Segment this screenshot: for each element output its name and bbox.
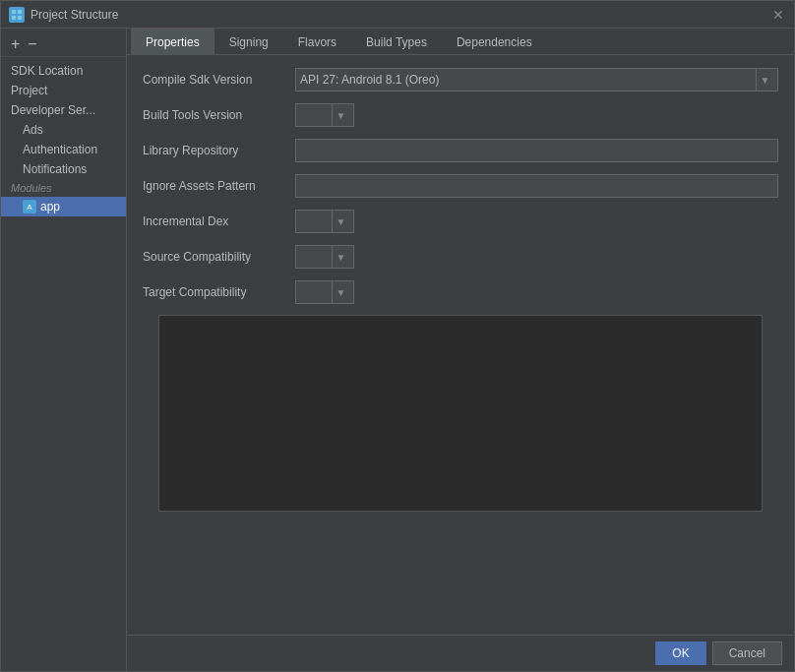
incremental-dex-control: ▼ — [295, 210, 778, 233]
library-repository-label: Library Repository — [143, 144, 295, 157]
sidebar-toolbar: + − — [1, 32, 126, 57]
source-compatibility-row: Source Compatibility ▼ — [143, 244, 778, 270]
app-icon: A — [23, 200, 36, 214]
title-bar: Project Structure ✕ — [1, 1, 794, 29]
svg-rect-1 — [18, 10, 22, 14]
add-module-button[interactable]: + — [9, 36, 22, 52]
tab-build-types[interactable]: Build Types — [351, 29, 442, 55]
compile-sdk-version-row: Compile Sdk Version API 27: Android 8.1 … — [143, 67, 778, 92]
incremental-dex-row: Incremental Dex ▼ — [143, 209, 778, 234]
window-icon — [9, 7, 25, 23]
compile-sdk-version-control: API 27: Android 8.1 (Oreo) ▼ — [295, 68, 778, 92]
tabs-bar: Properties Signing Flavors Build Types D… — [127, 29, 794, 55]
sidebar-item-notifications[interactable]: Notifications — [1, 159, 126, 179]
target-compatibility-control: ▼ — [295, 280, 778, 304]
source-compatibility-control: ▼ — [295, 245, 778, 269]
modules-label: Modules — [1, 179, 126, 197]
source-compatibility-arrow[interactable]: ▼ — [332, 246, 349, 268]
sidebar-item-developer-services[interactable]: Developer Ser... — [1, 100, 126, 120]
build-tools-version-row: Build Tools Version ▼ — [143, 102, 778, 128]
tab-dependencies[interactable]: Dependencies — [442, 29, 547, 55]
sidebar-item-project[interactable]: Project — [1, 81, 126, 100]
footer: OK Cancel — [127, 635, 794, 671]
build-tools-version-label: Build Tools Version — [143, 108, 295, 122]
sidebar-item-sdk-location[interactable]: SDK Location — [1, 61, 126, 81]
tab-signing[interactable]: Signing — [214, 29, 283, 55]
target-compatibility-label: Target Compatibility — [143, 285, 295, 299]
library-repository-row: Library Repository — [143, 138, 778, 163]
svg-rect-0 — [12, 10, 16, 14]
project-structure-window: Project Structure ✕ + − SDK Location Pro… — [0, 0, 795, 672]
sidebar-item-ads[interactable]: Ads — [1, 120, 126, 140]
cancel-button[interactable]: Cancel — [712, 641, 782, 665]
incremental-dex-label: Incremental Dex — [143, 214, 295, 228]
sidebar-item-app[interactable]: A app — [1, 197, 126, 216]
build-tools-version-arrow[interactable]: ▼ — [332, 104, 349, 126]
compile-sdk-version-value: API 27: Android 8.1 (Oreo) — [300, 73, 754, 87]
library-repository-input[interactable] — [295, 139, 778, 162]
bottom-area — [158, 315, 763, 512]
ok-button[interactable]: OK — [655, 641, 705, 665]
ignore-assets-pattern-control — [295, 174, 778, 198]
sidebar: + − SDK Location Project Developer Ser..… — [1, 29, 127, 671]
compile-sdk-version-label: Compile Sdk Version — [143, 73, 295, 87]
app-label: app — [40, 200, 60, 214]
build-tools-version-control: ▼ — [295, 103, 778, 127]
sidebar-item-authentication[interactable]: Authentication — [1, 140, 126, 159]
window-title: Project Structure — [31, 8, 770, 22]
ignore-assets-pattern-row: Ignore Assets Pattern — [143, 173, 778, 199]
target-compatibility-row: Target Compatibility ▼ — [143, 279, 778, 305]
target-compatibility-dropdown[interactable]: ▼ — [295, 280, 354, 304]
svg-rect-2 — [12, 16, 16, 20]
main-content: + − SDK Location Project Developer Ser..… — [1, 29, 794, 671]
compile-sdk-version-dropdown[interactable]: API 27: Android 8.1 (Oreo) ▼ — [295, 68, 778, 92]
target-compatibility-arrow[interactable]: ▼ — [332, 281, 349, 303]
svg-rect-3 — [18, 16, 22, 20]
form-area: Compile Sdk Version API 27: Android 8.1 … — [127, 55, 794, 635]
main-panel: Properties Signing Flavors Build Types D… — [127, 29, 794, 671]
incremental-dex-arrow[interactable]: ▼ — [332, 211, 349, 232]
source-compatibility-dropdown[interactable]: ▼ — [295, 245, 354, 269]
build-tools-version-dropdown[interactable]: ▼ — [295, 103, 354, 127]
compile-sdk-version-arrow[interactable]: ▼ — [756, 69, 773, 91]
library-repository-control — [295, 139, 778, 162]
tab-properties[interactable]: Properties — [131, 29, 214, 55]
ignore-assets-pattern-label: Ignore Assets Pattern — [143, 179, 295, 193]
close-button[interactable]: ✕ — [770, 7, 786, 23]
incremental-dex-dropdown[interactable]: ▼ — [295, 210, 354, 233]
ignore-assets-pattern-input[interactable] — [295, 174, 778, 198]
tab-flavors[interactable]: Flavors — [283, 29, 351, 55]
remove-module-button[interactable]: − — [26, 36, 38, 52]
source-compatibility-label: Source Compatibility — [143, 250, 295, 264]
